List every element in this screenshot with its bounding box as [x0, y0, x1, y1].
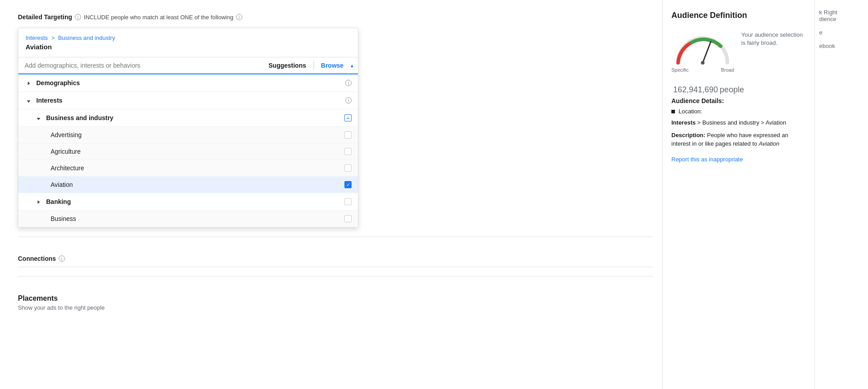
- chevron-right-icon: [25, 79, 33, 87]
- detailed-targeting-info-icon[interactable]: i: [75, 14, 81, 20]
- description-block: Description: People who have expressed a…: [671, 131, 805, 148]
- chevron-right-icon: [34, 198, 43, 206]
- tab-suggestions[interactable]: Suggestions: [262, 57, 313, 73]
- browse-list: Demographics i Interests i Busines: [18, 74, 358, 227]
- report-inappropriate-link[interactable]: Report this as inappropriate: [671, 156, 743, 163]
- placements-title: Placements: [18, 294, 653, 303]
- placements-description: Show your ads to the right people: [18, 304, 653, 311]
- partial-text-1: k Right: [819, 9, 864, 16]
- breadcrumb-interests-link[interactable]: Interests: [26, 35, 48, 41]
- item-label-interests: Interests: [36, 97, 342, 104]
- list-item[interactable]: Interests i: [18, 92, 358, 109]
- targeting-dropdown-panel: Interests > Business and industry Aviati…: [18, 28, 358, 228]
- checkbox-architecture[interactable]: [344, 164, 352, 172]
- list-item[interactable]: Advertising: [18, 127, 358, 143]
- include-info-icon[interactable]: i: [236, 14, 242, 20]
- checkbox-aviation[interactable]: [344, 181, 352, 188]
- item-label-business: Business: [51, 215, 344, 222]
- interests-info-icon[interactable]: i: [345, 97, 352, 104]
- svg-point-1: [701, 61, 705, 65]
- search-row: Suggestions Browse ▲: [18, 57, 358, 74]
- demographics-info-icon[interactable]: i: [345, 80, 352, 86]
- list-item[interactable]: Demographics i: [18, 74, 358, 92]
- breadcrumb-area: Interests > Business and industry Aviati…: [18, 28, 358, 57]
- audience-definition-title: Audience Definition: [671, 11, 805, 20]
- audience-gauge: [671, 29, 734, 65]
- tab-browse[interactable]: Browse: [315, 57, 350, 73]
- partial-right-panel: k Right dience e ebook: [814, 0, 868, 389]
- connections-label: Connections: [18, 255, 56, 262]
- selected-category-title: Aviation: [26, 43, 351, 55]
- partial-text-3: e: [819, 29, 864, 36]
- interests-path: Interests > Business and industry > Avia…: [671, 118, 805, 127]
- checkbox-advertising[interactable]: [344, 131, 352, 138]
- divider-2: [18, 276, 653, 277]
- chevron-down-icon: [34, 114, 43, 122]
- audience-definition-panel: Audience Definition Specific: [662, 0, 814, 389]
- chevron-down-icon: [25, 96, 33, 104]
- partial-text-4: ebook: [819, 43, 864, 49]
- search-input[interactable]: [18, 57, 262, 73]
- audience-detail-location: Location:: [671, 108, 805, 115]
- item-label-demographics: Demographics: [36, 79, 342, 86]
- checkbox-banking[interactable]: [344, 198, 352, 205]
- svg-line-0: [703, 42, 711, 63]
- gauge-label-broad: Broad: [721, 67, 734, 73]
- gauge-container: Specific Broad Your audience selection i…: [671, 29, 805, 73]
- list-item[interactable]: Agriculture: [18, 143, 358, 160]
- caret-up-icon: ▲: [350, 63, 358, 68]
- list-item[interactable]: Banking: [18, 193, 358, 211]
- checkbox-agriculture[interactable]: [344, 148, 352, 155]
- list-item[interactable]: Business and industry: [18, 109, 358, 127]
- audience-details-title: Audience Details:: [671, 97, 805, 104]
- placements-section: Placements Show your ads to the right pe…: [18, 294, 653, 311]
- detailed-targeting-label: Detailed Targeting: [18, 13, 72, 21]
- item-label-banking: Banking: [46, 198, 344, 205]
- tab-divider: [314, 61, 314, 70]
- breadcrumb-business-link[interactable]: Business and industry: [58, 35, 115, 41]
- people-count: 162,941,690people: [671, 82, 805, 95]
- breadcrumb: Interests > Business and industry: [26, 35, 351, 41]
- gauge-label-specific: Specific: [671, 67, 689, 73]
- connections-section: Connections i: [18, 255, 653, 267]
- connections-info-icon[interactable]: i: [59, 255, 65, 262]
- divider-1: [18, 237, 653, 237]
- location-label: Location:: [679, 108, 702, 115]
- breadcrumb-separator-1: >: [51, 35, 55, 41]
- checkbox-business[interactable]: [344, 215, 352, 222]
- checkbox-business-industry[interactable]: [344, 114, 352, 121]
- item-label-agriculture: Agriculture: [51, 148, 344, 155]
- list-item[interactable]: Architecture: [18, 160, 358, 177]
- bullet-icon: [671, 110, 675, 113]
- gauge-labels: Specific Broad: [671, 67, 734, 73]
- partial-text-2: dience: [819, 16, 864, 22]
- gauge-description-text: Your audience selection is fairly broad.: [741, 29, 805, 47]
- list-item[interactable]: Business: [18, 211, 358, 227]
- people-label: people: [720, 85, 744, 94]
- item-label-architecture: Architecture: [51, 164, 344, 172]
- item-label-advertising: Advertising: [51, 131, 344, 138]
- item-label-aviation: Aviation: [51, 181, 344, 188]
- item-label-business-industry: Business and industry: [46, 114, 344, 121]
- include-text: INCLUDE people who match at least ONE of…: [84, 14, 233, 21]
- list-item[interactable]: Aviation: [18, 177, 358, 193]
